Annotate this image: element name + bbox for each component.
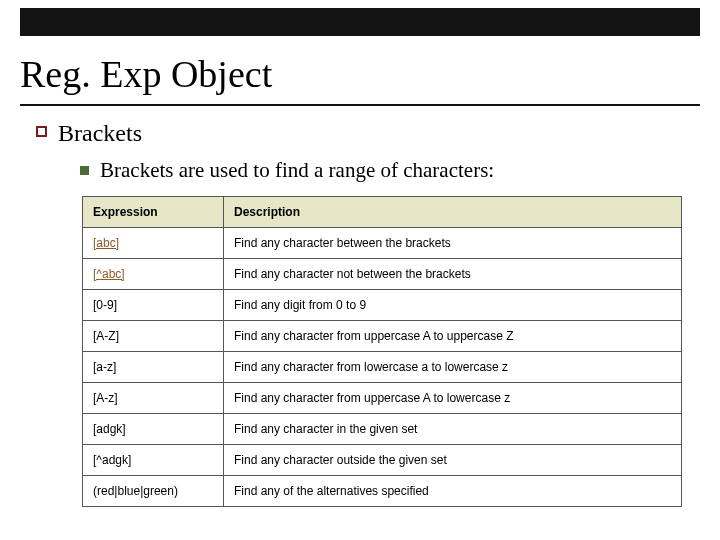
cell-description: Find any character from uppercase A to u… — [224, 321, 682, 352]
bullet-level1: Brackets — [58, 120, 142, 147]
expression-link[interactable]: [^abc] — [93, 267, 125, 281]
bullet-level2: Brackets are used to find a range of cha… — [100, 158, 494, 183]
cell-expression: [A-z] — [83, 383, 224, 414]
table-row: [adgk]Find any character in the given se… — [83, 414, 682, 445]
square-bullet-icon — [80, 166, 89, 175]
cell-expression: [^abc] — [83, 259, 224, 290]
table-row: [^adgk]Find any character outside the gi… — [83, 445, 682, 476]
title-underline — [20, 104, 700, 106]
cell-expression: [a-z] — [83, 352, 224, 383]
cell-expression: [^adgk] — [83, 445, 224, 476]
page-title: Reg. Exp Object — [20, 52, 272, 96]
cell-expression: [A-Z] — [83, 321, 224, 352]
cell-description: Find any character from uppercase A to l… — [224, 383, 682, 414]
top-bar — [20, 8, 700, 36]
cell-description: Find any character not between the brack… — [224, 259, 682, 290]
table-row: [a-z]Find any character from lowercase a… — [83, 352, 682, 383]
cell-description: Find any character outside the given set — [224, 445, 682, 476]
cell-description: Find any character from lowercase a to l… — [224, 352, 682, 383]
col-description: Description — [224, 197, 682, 228]
cell-expression: (red|blue|green) — [83, 476, 224, 507]
cell-expression: [0-9] — [83, 290, 224, 321]
cell-description: Find any character between the brackets — [224, 228, 682, 259]
table-row: [A-Z]Find any character from uppercase A… — [83, 321, 682, 352]
col-expression: Expression — [83, 197, 224, 228]
table-row: [A-z]Find any character from uppercase A… — [83, 383, 682, 414]
brackets-table: Expression Description [abc]Find any cha… — [82, 196, 682, 507]
table-row: [0-9]Find any digit from 0 to 9 — [83, 290, 682, 321]
table-row: [^abc]Find any character not between the… — [83, 259, 682, 290]
cell-description: Find any character in the given set — [224, 414, 682, 445]
slide: Reg. Exp Object Brackets Brackets are us… — [0, 0, 720, 540]
table-row: [abc]Find any character between the brac… — [83, 228, 682, 259]
cell-expression: [abc] — [83, 228, 224, 259]
cell-description: Find any digit from 0 to 9 — [224, 290, 682, 321]
table-header-row: Expression Description — [83, 197, 682, 228]
square-bullet-icon — [36, 126, 47, 137]
expression-link[interactable]: [abc] — [93, 236, 119, 250]
cell-expression: [adgk] — [83, 414, 224, 445]
cell-description: Find any of the alternatives specified — [224, 476, 682, 507]
table-row: (red|blue|green)Find any of the alternat… — [83, 476, 682, 507]
